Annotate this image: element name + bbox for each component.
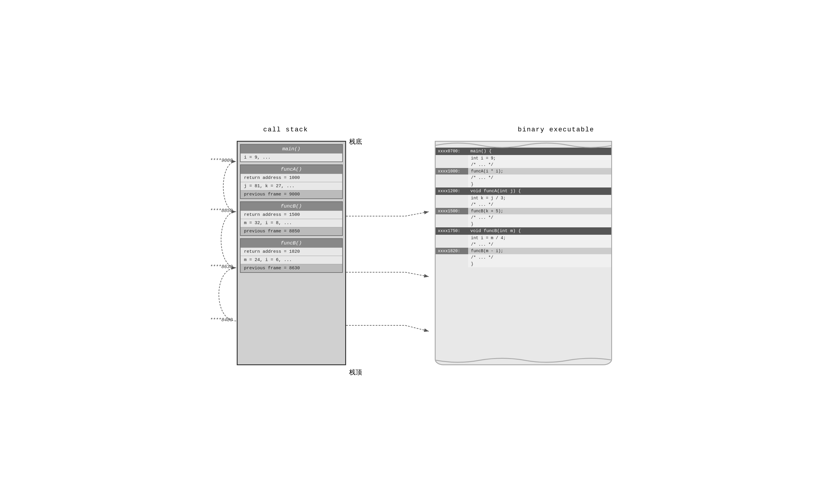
frame-main-row-0: i = 9, ... <box>241 153 342 162</box>
binary-box: xxxx0700: main() { int i = 9; /* ... */ … <box>435 141 612 365</box>
frame-funcB2-row-0: return address = 1820 <box>241 247 342 256</box>
binary-code-funcB-call: funcB(k + 5); <box>468 208 611 214</box>
binary-addr-empty <box>436 162 468 168</box>
frame-funcB1-row-0: return address = 1500 <box>241 211 342 219</box>
frame-funcA-row-0: return address = 1000 <box>241 174 342 182</box>
frame-funcB2-row-2: previous frame = 8630 <box>241 264 342 272</box>
binary-addr-empty <box>436 235 468 241</box>
binary-code-funcB-3: /* ... */ <box>468 254 611 261</box>
binary-row-funcA-4: } <box>436 221 611 227</box>
frame-funcB1-title: funcB() <box>241 202 342 211</box>
binary-code-3: /* ... */ <box>468 174 611 181</box>
binary-row-main-4: } <box>436 181 611 187</box>
binary-addr-empty <box>436 241 468 248</box>
label-stack-top: 栈顶 <box>349 368 362 377</box>
mem-label-8630: ****8630 <box>210 264 233 270</box>
binary-code-funcA-call: funcA(i * i); <box>468 168 611 174</box>
binary-addr-empty <box>436 201 468 208</box>
binary-code-4: } <box>468 181 611 187</box>
binary-row-funcA-1: /* ... */ <box>436 201 611 208</box>
frame-funcB1-row-1: m = 32, i = 8, ... <box>241 219 342 227</box>
binary-addr-empty <box>436 261 468 267</box>
diagram-container: call stack binary executable 栈底 栈顶 ****9… <box>204 126 612 378</box>
label-stack-bottom: 栈底 <box>349 137 362 146</box>
wavy-bottom-icon <box>436 358 612 365</box>
binary-addr-1500: xxxx1500: <box>436 208 468 214</box>
title-callstack: call stack <box>263 126 308 133</box>
binary-header-funcB: xxxx1750: void funcB(int m) { <box>436 227 611 235</box>
frame-funcA-title: funcA() <box>241 165 342 174</box>
frame-funcB1-row-2: previous frame = 8850 <box>241 227 342 235</box>
frame-main: main() i = 9, ... <box>240 144 343 162</box>
binary-row-funcB-3: /* ... */ <box>436 254 611 261</box>
frame-funcA-row-1: j = 81, k = 27, ... <box>241 182 342 190</box>
binary-addr-1820: xxxx1820: <box>436 248 468 254</box>
binary-code-funcA: void funcA(int j) { <box>468 187 611 195</box>
binary-section-main: xxxx0700: main() { int i = 9; /* ... */ … <box>436 148 611 187</box>
binary-addr-empty <box>436 155 468 162</box>
binary-row-main-0: int i = 9; <box>436 155 611 162</box>
mem-label-8850: ****8850 <box>210 208 233 213</box>
binary-header-main: xxxx0700: main() { <box>436 148 611 155</box>
frame-funcA-row-2: previous frame = 9000 <box>241 190 342 198</box>
binary-row-funcB-2: xxxx1820: funcB(m - i); <box>436 248 611 254</box>
call-stack-box: main() i = 9, ... funcA() return address… <box>237 141 346 365</box>
binary-row-funcA-2: xxxx1500: funcB(k + 5); <box>436 208 611 214</box>
binary-code-funcA-4: } <box>468 221 611 227</box>
binary-code-funcB: void funcB(int m) { <box>468 227 611 235</box>
binary-row-main-3: /* ... */ <box>436 174 611 181</box>
binary-code-funcB-1: /* ... */ <box>468 241 611 248</box>
binary-row-funcA-3: /* ... */ <box>436 214 611 221</box>
frame-funcB2-title: funcB() <box>241 239 342 247</box>
frame-funcA: funcA() return address = 1000 j = 81, k … <box>240 164 343 199</box>
binary-addr-empty <box>436 181 468 187</box>
binary-row-funcB-1: /* ... */ <box>436 241 611 248</box>
binary-code-funcA-1: /* ... */ <box>468 201 611 208</box>
binary-header-funcA: xxxx1200: void funcA(int j) { <box>436 187 611 195</box>
binary-addr-empty <box>436 221 468 227</box>
binary-code-funcB-call2: funcB(m - i); <box>468 248 611 254</box>
binary-row-main-2: xxxx1000: funcA(i * i); <box>436 168 611 174</box>
binary-addr-1000: xxxx1000: <box>436 168 468 174</box>
binary-addr-empty <box>436 174 468 181</box>
binary-addr-funcA: xxxx1200: <box>436 187 468 195</box>
binary-row-main-1: /* ... */ <box>436 162 611 168</box>
binary-addr-empty <box>436 214 468 221</box>
title-binary: binary executable <box>518 126 594 133</box>
binary-code-funcB-0: int i = m / 4; <box>468 235 611 241</box>
binary-code-0: int i = 9; <box>468 155 611 162</box>
binary-code-funcA-3: /* ... */ <box>468 214 611 221</box>
binary-addr-empty <box>436 254 468 261</box>
binary-addr-funcB: xxxx1750: <box>436 227 468 235</box>
frame-funcB2: funcB() return address = 1820 m = 24, i … <box>240 238 343 273</box>
binary-row-funcB-4: } <box>436 261 611 267</box>
binary-row-funcB-0: int i = m / 4; <box>436 235 611 241</box>
binary-code-main: main() { <box>468 148 611 155</box>
mem-label-9000: ****9000 <box>210 158 233 163</box>
binary-code-funcB-4: } <box>468 261 611 267</box>
binary-row-funcA-0: int k = j / 3; <box>436 195 611 201</box>
binary-code-funcA-0: int k = j / 3; <box>468 195 611 201</box>
frame-main-title: main() <box>241 145 342 153</box>
binary-addr-empty <box>436 195 468 201</box>
binary-section-funcA: xxxx1200: void funcA(int j) { int k = j … <box>436 187 611 227</box>
binary-code-1: /* ... */ <box>468 162 611 168</box>
frame-funcB1: funcB() return address = 1500 m = 32, i … <box>240 201 343 236</box>
mem-label-8480: ****8480 <box>210 317 233 323</box>
wavy-top-icon <box>436 141 612 148</box>
binary-section-funcB: xxxx1750: void funcB(int m) { int i = m … <box>436 227 611 267</box>
binary-addr-main: xxxx0700: <box>436 148 468 155</box>
frame-funcB2-row-1: m = 24, i = 6, ... <box>241 256 342 264</box>
